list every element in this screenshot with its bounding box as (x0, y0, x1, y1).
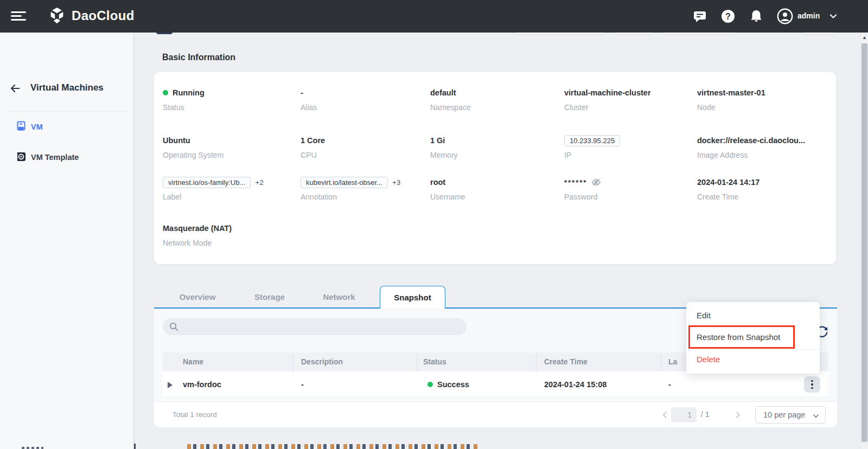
field-create-time: 2024-01-24 14:17Create Time (697, 176, 827, 201)
basic-information-card: Running Status -Alias defaultNamespace v… (154, 72, 836, 264)
brand-name: DaoCloud (72, 8, 135, 23)
search-icon (169, 322, 178, 331)
pagination-bar: Total 1 record / 1 10 per page (154, 401, 837, 427)
sidebar-item-label: VM Template (31, 153, 79, 162)
daocloud-logo-icon (48, 7, 66, 25)
success-status-dot (427, 382, 433, 387)
cell-create-time: 2024-01-24 15:08 (544, 371, 607, 397)
row-actions-kebab-button[interactable] (804, 376, 820, 393)
annotation-more-count[interactable]: +3 (392, 178, 400, 187)
username-label[interactable]: admin (797, 11, 820, 20)
eye-off-icon[interactable] (591, 177, 601, 187)
page-total-label: / 1 (701, 410, 710, 419)
tab-storage[interactable]: Storage (234, 286, 305, 309)
divider (7, 111, 126, 112)
sidebar: Virtual Machines VM VM Template (0, 33, 133, 449)
status-dot (163, 90, 168, 95)
vm-detail-page: { "header": { "brand": "DaoCloud", "user… (0, 0, 868, 449)
vm-template-icon (15, 151, 27, 163)
help-icon[interactable]: ? (720, 9, 736, 24)
chevron-down-icon[interactable] (829, 12, 838, 21)
clipped-terminal-text (187, 444, 477, 449)
table-row[interactable]: vm-fordoc - Success 2024-01-24 15:08 - (163, 371, 828, 397)
search-bar[interactable] (163, 318, 467, 335)
menu-item-edit[interactable]: Edit (686, 306, 820, 325)
field-namespace: defaultNamespace (430, 86, 560, 112)
next-page-icon[interactable] (733, 410, 742, 419)
prev-page-icon[interactable] (661, 410, 669, 419)
column-header-name[interactable]: Name (183, 352, 203, 371)
scrollbar-thumb[interactable] (861, 43, 867, 442)
notification-bell-icon[interactable] (749, 9, 764, 24)
clipped-bottom-content (134, 444, 136, 449)
tab-network[interactable]: Network (304, 286, 374, 309)
annotation-chip[interactable]: kubevirt.io/latest-obser... (301, 177, 388, 188)
ip-chip[interactable]: 10.233.95.225 (564, 135, 620, 146)
page-size-select[interactable]: 10 per page (755, 406, 826, 424)
field-node: virtnest-master-01Node (697, 86, 827, 112)
brand-logo[interactable]: DaoCloud (48, 7, 135, 25)
user-avatar-icon[interactable] (777, 8, 793, 24)
clipped-sidebar-content (22, 447, 43, 449)
field-cluster: virtual-machine-clusterCluster (564, 86, 694, 112)
tab-snapshot[interactable]: Snapshot (380, 286, 445, 309)
row-expander-icon[interactable] (168, 382, 173, 388)
cell-status: Success (437, 371, 469, 397)
column-divider (661, 352, 661, 371)
chevron-down-icon (812, 412, 820, 420)
page-number-input[interactable] (671, 407, 697, 422)
field-ip: 10.233.95.225 IP (564, 134, 694, 159)
column-header-last-truncated[interactable]: La (668, 352, 677, 371)
message-icon[interactable] (692, 9, 707, 24)
top-navbar: DaoCloud ? admin (0, 0, 868, 33)
field-os: UbuntuOperating System (163, 134, 293, 159)
cell-last: - (668, 371, 671, 397)
svg-text:?: ? (725, 12, 731, 21)
column-header-status[interactable]: Status (423, 352, 446, 371)
field-password: ****** Password (564, 176, 694, 201)
page-size-value: 10 per page (763, 410, 805, 419)
scroll-up-arrow-icon[interactable]: ▲ (861, 35, 868, 40)
column-header-create-time[interactable]: Create Time (544, 352, 588, 371)
sidebar-item-vm[interactable]: VM (0, 118, 133, 137)
menu-item-restore-from-snapshot[interactable]: Restore from Snapshot (686, 325, 820, 349)
field-memory: 1 GiMemory (430, 134, 560, 159)
sidebar-item-vm-template[interactable]: VM Template (0, 149, 133, 167)
column-divider (417, 352, 417, 371)
total-records-label: Total 1 record (173, 410, 217, 419)
sidebar-item-label: VM (31, 123, 43, 131)
row-actions-menu: Edit Restore from Snapshot Delete (686, 302, 820, 374)
vm-icon (15, 120, 27, 132)
menu-item-delete[interactable]: Delete (686, 350, 820, 369)
field-annotation: kubevirt.io/latest-obser... +3 Annotatio… (301, 176, 431, 201)
field-label: virtnest.io/os-family:Ub... +2 Label (163, 176, 293, 201)
hamburger-menu-icon[interactable] (11, 11, 26, 21)
field-image-address: docker://release-ci.daoclou...Image Addr… (697, 134, 827, 159)
tab-overview[interactable]: Overview (162, 286, 233, 309)
basic-information-title: Basic Information (162, 53, 235, 62)
field-alias: -Alias (301, 86, 431, 112)
field-network-mode: Masquerade (NAT)Network Mode (163, 222, 293, 247)
search-input[interactable] (183, 318, 460, 335)
vertical-scrollbar[interactable]: ▲ (860, 33, 868, 449)
back-arrow-icon[interactable] (9, 82, 21, 94)
sidebar-title: Virtual Machines (30, 82, 104, 93)
field-status: Running Status (163, 86, 293, 112)
field-cpu: 1 CoreCPU (301, 134, 431, 159)
cell-name: vm-fordoc (183, 371, 221, 397)
cell-description: - (301, 371, 304, 397)
label-more-count[interactable]: +2 (255, 178, 263, 187)
column-divider (293, 352, 293, 371)
column-header-description[interactable]: Description (301, 352, 343, 371)
label-chip[interactable]: virtnest.io/os-family:Ub... (163, 177, 251, 188)
field-username: rootUsername (430, 176, 560, 201)
column-divider (536, 352, 537, 371)
